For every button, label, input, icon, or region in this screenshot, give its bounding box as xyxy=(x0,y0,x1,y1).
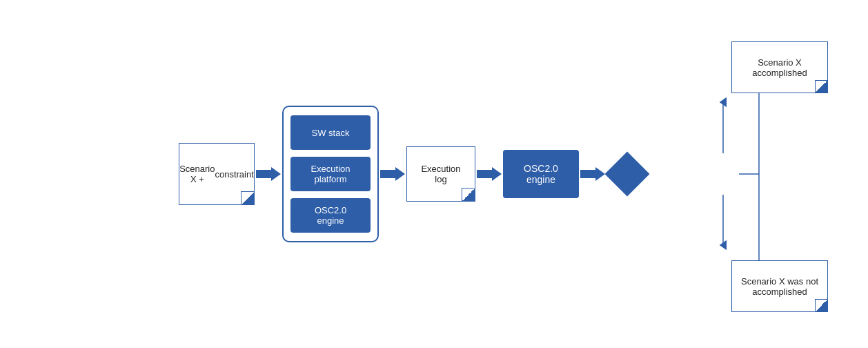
arrow-4 xyxy=(579,166,606,182)
flow-container: Scenario X + constraint SW stack Executi… xyxy=(179,106,689,242)
svg-marker-12 xyxy=(477,167,502,181)
svg-marker-10 xyxy=(256,167,281,181)
outcome-not-accomplished-text: Scenario X was not accomplished xyxy=(741,276,818,297)
execution-log-label: Execution log xyxy=(421,164,460,184)
scenario-input-doc: Scenario X + constraint xyxy=(179,143,255,205)
outcome-accomplished-text: Scenario X accomplished xyxy=(752,57,807,78)
osc-engine-inner-label: OSC2.0 engine xyxy=(315,205,346,226)
osc-engine-inner-box: OSC2.0 engine xyxy=(290,198,371,233)
arrow-3-svg xyxy=(477,166,502,182)
platform-group-box: SW stack Execution platform OSC2.0 engin… xyxy=(282,106,379,242)
arrow-1 xyxy=(255,166,282,182)
osc-engine-box: OSC2.0 engine xyxy=(503,150,579,198)
execution-log-doc: Execution log xyxy=(406,146,475,202)
osc-engine-label: OSC2.0 engine xyxy=(524,163,558,185)
scenario-input-text2: constraint xyxy=(215,169,253,180)
sw-stack-box: SW stack xyxy=(290,115,371,150)
decision-diamond-container xyxy=(606,153,648,195)
outcome-not-accomplished-doc: Scenario X was not accomplished xyxy=(731,260,828,312)
exec-platform-label: Execution platform xyxy=(310,164,350,184)
decision-diamond xyxy=(604,151,649,196)
svg-marker-11 xyxy=(380,167,405,181)
arrow-2-svg xyxy=(380,166,405,182)
arrow-4-svg xyxy=(580,166,605,182)
scenario-input-text: Scenario X + xyxy=(179,164,215,184)
exec-platform-box: Execution platform xyxy=(290,157,371,191)
arrow-3 xyxy=(475,166,503,182)
sw-stack-label: SW stack xyxy=(312,128,350,138)
outcome-accomplished-doc: Scenario X accomplished xyxy=(731,41,828,93)
arrow-1-svg xyxy=(256,166,281,182)
doc-corner-bottom xyxy=(815,299,827,311)
doc-corner-top xyxy=(815,80,827,93)
arrow-2 xyxy=(379,166,406,182)
svg-marker-13 xyxy=(580,167,605,181)
diagram: Scenario X + constraint SW stack Executi… xyxy=(0,0,868,348)
